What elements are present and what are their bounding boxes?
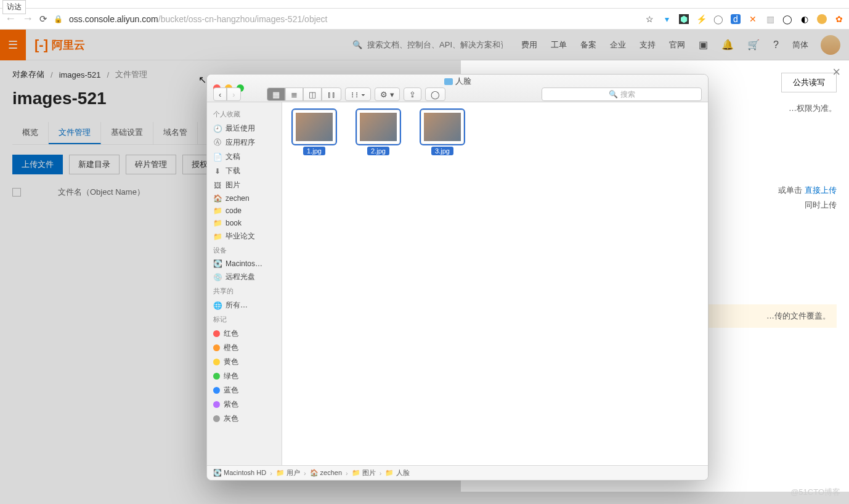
extension-icons: ☆ ▾ ⬢ ⚡ ◯ d ✕ ▥ ◯ ◐ ✿: [644, 14, 844, 24]
finder-search[interactable]: 🔍 搜索: [542, 87, 702, 101]
share-button[interactable]: ⇪: [404, 87, 421, 101]
cursor-icon: ↖: [198, 74, 206, 86]
file-name: 1.jpg: [303, 147, 325, 155]
home-icon: 🏠: [213, 194, 222, 203]
ext-icon[interactable]: ▾: [662, 14, 672, 24]
sidebar-heading: 个人收藏: [207, 107, 282, 121]
sidebar-item[interactable]: 📁book: [207, 217, 282, 229]
folder-icon: 📁: [213, 206, 222, 215]
sidebar-heading: 设备: [207, 243, 282, 258]
sidebar-item[interactable]: 🕘最近使用: [207, 121, 282, 136]
folder-icon: 📁: [213, 219, 222, 227]
star-icon[interactable]: ☆: [644, 14, 654, 24]
finder-window[interactable]: 人脸 ‹ › ▦ ≣ ◫ ⫿⫿ ⫶⫶ ▾ ⚙ ▾ ⇪ ◯ 🔍 搜索: [206, 74, 709, 481]
pictures-icon: 🖼: [213, 181, 222, 190]
file-item[interactable]: 2.jpg: [354, 110, 403, 155]
finder-content[interactable]: 1.jpg2.jpg3.jpg: [282, 102, 708, 465]
watermark: @51CTO博客: [790, 487, 840, 498]
path-segment[interactable]: 📁 人脸: [385, 468, 409, 478]
gallery-view-button[interactable]: ⫿⫿: [322, 87, 341, 101]
arrange-button[interactable]: ⫶⫶ ▾: [345, 87, 372, 101]
sidebar-tag[interactable]: 紫色: [207, 397, 282, 412]
sidebar-tag[interactable]: 蓝色: [207, 383, 282, 397]
sidebar-item[interactable]: 📁code: [207, 205, 282, 217]
sidebar-item[interactable]: 🏠zechen: [207, 192, 282, 205]
finder-titlebar[interactable]: 人脸 ‹ › ▦ ≣ ◫ ⫿⫿ ⫶⫶ ▾ ⚙ ▾ ⇪ ◯ 🔍 搜索: [207, 75, 708, 102]
apps-icon: Ⓐ: [213, 139, 222, 147]
column-view-button[interactable]: ◫: [303, 87, 322, 101]
address-bar: ← → ⟳ 🔒 oss.console.aliyun.com/bucket/os…: [0, 9, 849, 30]
search-icon: 🔍: [609, 90, 618, 99]
tags-button[interactable]: ◯: [425, 87, 445, 101]
sidebar-heading: 标记: [207, 312, 282, 327]
sidebar-item[interactable]: 📁毕业论文: [207, 229, 282, 243]
lightning-icon[interactable]: ⚡: [696, 14, 706, 24]
ext-icon[interactable]: ✿: [834, 14, 844, 24]
sidebar-item[interactable]: 🖼图片: [207, 178, 282, 192]
browser-tabstrip: [0, 0, 849, 9]
tag-dot-icon: [213, 344, 220, 351]
download-icon: ⬇: [213, 167, 222, 176]
acl-button[interactable]: 公共读写: [781, 73, 837, 92]
file-name: 3.jpg: [431, 147, 453, 155]
tab-tooltip: 访达: [2, 0, 26, 14]
ext-icon[interactable]: d: [731, 14, 741, 24]
tag-dot-icon: [213, 330, 220, 337]
sidebar-item[interactable]: 🌐所有…: [207, 298, 282, 312]
globe-icon: 🌐: [213, 301, 222, 310]
sidebar-item[interactable]: 💽Macintos…: [207, 258, 282, 270]
sidebar-tag[interactable]: 红色: [207, 327, 282, 341]
ext-icon[interactable]: ▥: [765, 14, 775, 24]
ext-icon[interactable]: ✕: [748, 14, 758, 24]
sidebar-item[interactable]: Ⓐ应用程序: [207, 136, 282, 150]
doc-icon: 📄: [213, 153, 222, 161]
sidebar-item[interactable]: 📄文稿: [207, 150, 282, 164]
tag-dot-icon: [213, 415, 220, 422]
sidebar-tag[interactable]: 黄色: [207, 355, 282, 369]
file-name: 2.jpg: [367, 147, 389, 155]
disk-icon: 💽: [213, 259, 222, 268]
ext-icon[interactable]: [817, 14, 827, 24]
finder-sidebar: 个人收藏 🕘最近使用 Ⓐ应用程序 📄文稿 ⬇下载 🖼图片 🏠zechen 📁co…: [207, 102, 282, 465]
view-switch: ▦ ≣ ◫ ⫿⫿: [267, 87, 341, 101]
file-item[interactable]: 3.jpg: [418, 110, 467, 155]
path-bar: 💽 Macintosh HD›📁 用户›🏠 zechen›📁 图片›📁 人脸: [207, 465, 708, 480]
tag-dot-icon: [213, 373, 220, 380]
sidebar-tag[interactable]: 橙色: [207, 341, 282, 355]
tag-dot-icon: [213, 387, 220, 394]
path-segment[interactable]: 💽 Macintosh HD: [213, 469, 266, 477]
list-view-button[interactable]: ≣: [285, 87, 303, 101]
forward-icon[interactable]: →: [22, 12, 33, 25]
file-item[interactable]: 1.jpg: [290, 110, 339, 155]
thumbnail: [421, 110, 464, 144]
tag-dot-icon: [213, 401, 220, 408]
sidebar-item[interactable]: ⬇下载: [207, 164, 282, 178]
sidebar-tag[interactable]: 灰色: [207, 412, 282, 426]
close-icon[interactable]: ×: [832, 64, 840, 80]
folder-icon: 📁: [213, 232, 222, 241]
sidebar-tag[interactable]: 绿色: [207, 369, 282, 383]
thumbnail: [293, 110, 336, 144]
lock-icon: 🔒: [54, 15, 63, 23]
ext-icon[interactable]: ◯: [713, 14, 723, 24]
path-segment[interactable]: 📁 用户: [276, 468, 300, 478]
back-icon[interactable]: ←: [5, 12, 16, 25]
path-segment[interactable]: 🏠 zechen: [310, 469, 343, 477]
disc-icon: 💿: [213, 273, 222, 282]
icon-view-button[interactable]: ▦: [267, 87, 285, 101]
direct-upload-link[interactable]: 直接上传: [805, 185, 837, 195]
folder-icon: [444, 78, 453, 85]
back-button[interactable]: ‹: [213, 87, 227, 101]
path-segment[interactable]: 📁 图片: [352, 468, 376, 478]
action-button[interactable]: ⚙ ▾: [375, 87, 400, 101]
clock-icon: 🕘: [213, 124, 222, 133]
sidebar-item[interactable]: 💿远程光盘: [207, 270, 282, 284]
ext-icon[interactable]: ⬢: [679, 14, 689, 24]
thumbnail: [357, 110, 400, 144]
forward-button[interactable]: ›: [227, 87, 240, 101]
nav-buttons: ‹ ›: [213, 87, 241, 101]
ext-icon[interactable]: ◐: [800, 14, 810, 24]
ext-icon[interactable]: ◯: [782, 14, 792, 24]
reload-icon[interactable]: ⟳: [39, 14, 47, 25]
url-text[interactable]: oss.console.aliyun.com/bucket/oss-cn-han…: [69, 14, 327, 24]
